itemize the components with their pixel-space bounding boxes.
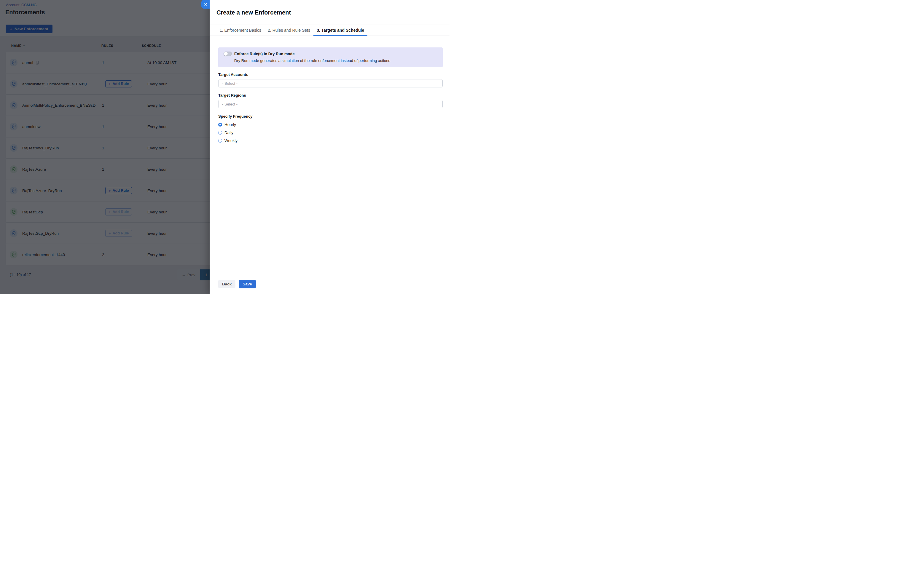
close-icon[interactable]: ✕ [201, 0, 210, 9]
tab-targets-and-schedule[interactable]: 3. Targets and Schedule [314, 25, 368, 35]
save-button[interactable]: Save [239, 280, 256, 289]
target-accounts-label: Target Accounts [218, 72, 443, 77]
drawer-title: Create a new Enforcement [216, 9, 291, 16]
dry-run-banner: Enforce Rule(s) in Dry Run mode Dry Run … [218, 48, 443, 67]
modal-dim-overlay[interactable] [0, 0, 210, 294]
create-enforcement-drawer: Create a new Enforcement 1. Enforcement … [210, 0, 450, 294]
radio-unselected-icon[interactable] [218, 139, 222, 142]
frequency-option-hourly[interactable]: Hourly [218, 122, 443, 127]
target-regions-label: Target Regions [218, 93, 443, 97]
toggle-knob [224, 52, 228, 56]
radio-unselected-icon[interactable] [218, 131, 222, 134]
target-accounts-select[interactable]: - Select - [218, 79, 443, 88]
frequency-option-weekly[interactable]: Weekly [218, 138, 443, 142]
target-regions-select[interactable]: - Select - [218, 100, 443, 108]
frequency-option-daily[interactable]: Daily [218, 130, 443, 134]
targets-schedule-form: Enforce Rule(s) in Dry Run mode Dry Run … [218, 36, 443, 142]
tab-rules-and-rule-sets[interactable]: 2. Rules and Rule Sets [264, 25, 314, 35]
tab-enforcement-basics[interactable]: 1. Enforcement Basics [216, 25, 264, 35]
back-button[interactable]: Back [218, 280, 235, 289]
dry-run-description: Dry Run mode generates a simulation of t… [234, 58, 438, 64]
wizard-tabs: 1. Enforcement Basics 2. Rules and Rule … [210, 25, 450, 36]
dry-run-toggle[interactable] [224, 52, 232, 56]
radio-selected-icon[interactable] [218, 123, 222, 127]
specify-frequency-label: Specify Frequency [218, 114, 443, 119]
dry-run-title: Enforce Rule(s) in Dry Run mode [234, 51, 438, 57]
drawer-footer: Back Save [218, 280, 256, 289]
